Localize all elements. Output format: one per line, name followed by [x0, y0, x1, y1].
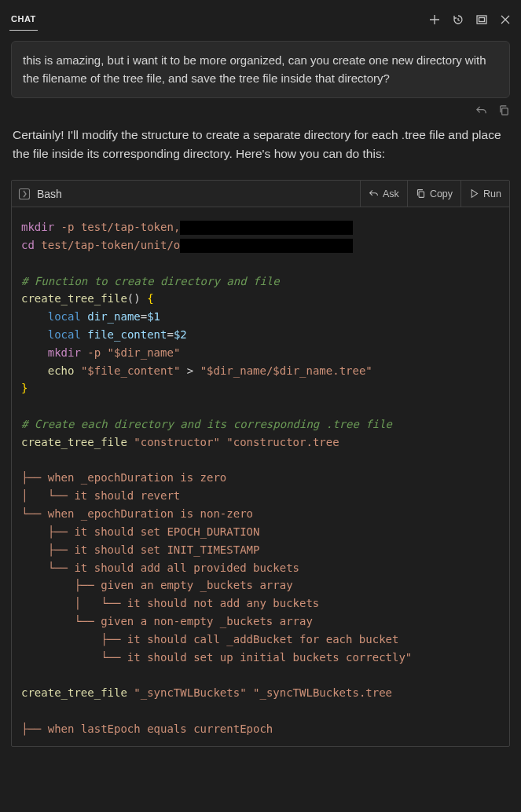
code-actions: Ask Copy Run: [360, 181, 509, 207]
code-body[interactable]: mkdir -p test/tap-token, cd test/tap-tok…: [12, 207, 509, 746]
svg-rect-2: [502, 108, 508, 114]
code-run-button[interactable]: Run: [460, 181, 509, 207]
new-chat-icon[interactable]: [428, 13, 441, 26]
code-ask-label: Ask: [383, 188, 399, 199]
reply-icon[interactable]: [475, 104, 487, 116]
t: local: [48, 328, 81, 341]
code-header: Bash Ask Copy Run: [12, 181, 509, 207]
user-message-actions: [11, 104, 510, 116]
redacted-block: [180, 239, 353, 253]
t: test/tap-token,: [81, 221, 180, 233]
t: local: [48, 310, 81, 323]
history-icon[interactable]: [452, 13, 464, 26]
t: $2: [174, 328, 187, 341]
assistant-message: Certainly! I'll modify the structure to …: [11, 126, 510, 165]
t: "_syncTWLBuckets.tree: [253, 686, 392, 699]
t: -p: [87, 346, 101, 359]
t: │ └── it should revert: [21, 489, 180, 502]
t: ├── it should set EPOCH_DURATION: [21, 525, 259, 538]
t: # Function to create directory and file: [21, 275, 280, 287]
t: # Create each directory and its correspo…: [21, 418, 392, 430]
t: create_tree_file: [21, 686, 127, 699]
user-message: this is amazing, but i want it to be mor…: [11, 41, 510, 98]
t: -p: [61, 221, 75, 233]
t: echo: [48, 364, 75, 377]
t: create_tree_file: [21, 436, 127, 448]
t: "constructor": [134, 436, 220, 448]
reply-arrow-icon: [369, 188, 379, 199]
t: ├── when lastEpoch equals currentEpoch: [21, 722, 273, 735]
code-ask-button[interactable]: Ask: [360, 181, 407, 207]
t: create_tree_file: [21, 292, 127, 305]
t: test/tap-token/unit/o: [41, 239, 180, 251]
chat-header: CHAT: [0, 0, 521, 33]
t: └── when _epochDuration is non-zero: [21, 507, 253, 520]
code-copy-label: Copy: [430, 188, 453, 199]
t: mkdir: [21, 221, 54, 233]
svg-rect-0: [477, 16, 486, 24]
t: ├── it should call _addBucket for each b…: [21, 633, 398, 646]
chat-content: this is amazing, but i want it to be mor…: [0, 33, 521, 755]
t: └── it should add all provided buckets: [21, 561, 299, 574]
window-icon[interactable]: [475, 13, 488, 26]
t: │ └── it should not add any buckets: [21, 597, 319, 609]
code-copy-button[interactable]: Copy: [407, 181, 460, 207]
t: └── it should set up initial buckets cor…: [21, 651, 412, 664]
t: ├── it should set INIT_TIMESTAMP: [21, 543, 259, 556]
svg-rect-4: [419, 192, 424, 197]
chat-tab[interactable]: CHAT: [9, 9, 38, 31]
t: "$dir_name/$dir_name.tree": [200, 364, 372, 377]
copy-icon: [416, 188, 426, 199]
t: "_syncTWLBuckets": [134, 686, 246, 699]
t: "$dir_name": [108, 346, 181, 359]
t: └── given a non-empty _buckets array: [21, 615, 313, 627]
play-icon: [469, 188, 479, 199]
t: cd: [21, 239, 35, 251]
bash-icon: [18, 188, 31, 200]
code-block: Bash Ask Copy Run mkdir -p test/tap-toke…: [11, 180, 510, 747]
t: mkdir: [48, 346, 81, 359]
code-run-label: Run: [483, 188, 501, 199]
t: file_content: [87, 328, 167, 341]
svg-rect-3: [20, 188, 30, 199]
close-icon[interactable]: [499, 13, 512, 26]
t: >: [187, 364, 193, 377]
header-actions: [428, 13, 512, 26]
t: ├── when _epochDuration is zero: [21, 471, 226, 484]
copy-message-icon[interactable]: [498, 104, 510, 116]
code-language-label: Bash: [37, 188, 62, 200]
svg-rect-1: [479, 18, 485, 22]
t: "constructor.tree: [226, 436, 339, 448]
code-language: Bash: [18, 188, 62, 200]
redacted-block: [180, 221, 353, 235]
t: "$file_content": [81, 364, 180, 377]
t: $1: [147, 310, 160, 323]
t: ├── given an empty _buckets array: [21, 579, 293, 591]
t: dir_name: [87, 310, 140, 323]
